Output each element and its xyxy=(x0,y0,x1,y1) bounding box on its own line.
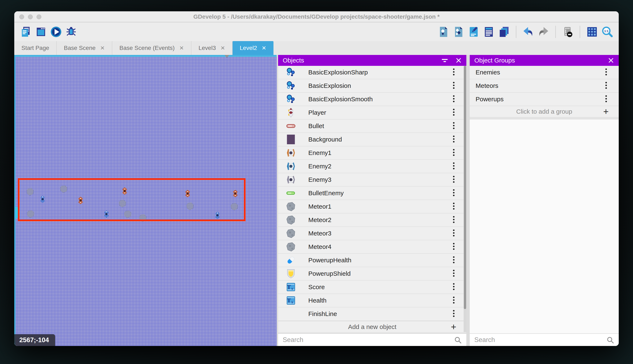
scene-window-icon[interactable] xyxy=(35,26,47,38)
object-row-basicexplosionsmooth[interactable]: BasicExplosionSmooth xyxy=(278,93,466,106)
row-menu-icon[interactable] xyxy=(453,242,455,252)
close-tab-icon[interactable]: ✕ xyxy=(220,45,225,51)
row-menu-icon[interactable] xyxy=(453,256,455,265)
object-row-powerupshield[interactable]: PowerupShield xyxy=(278,267,466,280)
row-menu-icon[interactable] xyxy=(453,282,455,292)
tab-bar: Start PageBase Scene✕Base Scene (Events)… xyxy=(14,41,619,55)
toolbar-separator xyxy=(555,26,556,38)
object-row-enemy2[interactable]: Enemy2 xyxy=(278,160,466,173)
plus-icon: + xyxy=(451,322,456,332)
row-menu-icon[interactable] xyxy=(453,108,455,117)
close-tab-icon[interactable]: ✕ xyxy=(100,45,105,51)
close-tab-icon[interactable]: ✕ xyxy=(262,45,266,51)
grid-toggle-icon[interactable] xyxy=(586,26,598,38)
object-row-enemy3[interactable]: Enemy3 xyxy=(278,173,466,186)
object-row-player[interactable]: Player xyxy=(278,106,466,120)
meteor-icon xyxy=(286,228,296,238)
object-row-meteor4[interactable]: Meteor4 xyxy=(278,240,466,254)
properties-list-icon[interactable] xyxy=(483,26,495,38)
close-tab-icon[interactable]: ✕ xyxy=(179,45,184,51)
background-icon xyxy=(286,134,296,144)
mask-preview-icon[interactable] xyxy=(562,26,574,38)
main-toolbar: 1:1 xyxy=(14,23,619,41)
close-objects-panel-icon[interactable] xyxy=(455,57,462,64)
object-row-background[interactable]: Background xyxy=(278,133,466,146)
tab-label: Start Page xyxy=(22,45,49,51)
row-menu-icon[interactable] xyxy=(453,229,455,238)
tab-label: Base Scene (Events) xyxy=(119,45,175,51)
debug-icon[interactable] xyxy=(65,26,77,38)
object-row-bullet[interactable]: Bullet xyxy=(278,120,466,133)
object-row-finishline[interactable]: FinishLine xyxy=(278,308,466,321)
object-name: Enemy2 xyxy=(308,163,332,170)
object-row-meteor1[interactable]: Meteor1 xyxy=(278,200,466,214)
groups-search-input[interactable] xyxy=(470,334,619,346)
scene-file-icon[interactable] xyxy=(437,26,450,38)
zoom-1-1-icon[interactable]: 1:1 xyxy=(601,26,613,38)
object-name: BasicExplosionSmooth xyxy=(308,96,373,103)
play-icon[interactable] xyxy=(50,26,62,38)
row-menu-icon[interactable] xyxy=(605,68,607,77)
enemy-bullet-icon xyxy=(286,188,296,198)
explosion-icon xyxy=(286,68,296,77)
main-area: 2567;-104 Objects BasicExplosio xyxy=(14,55,619,346)
row-menu-icon[interactable] xyxy=(453,122,455,131)
scene-canvas[interactable]: 2567;-104 xyxy=(14,55,277,346)
group-row-enemies[interactable]: Enemies xyxy=(470,66,619,79)
object-name: Enemy1 xyxy=(308,149,332,156)
redo-icon[interactable] xyxy=(537,26,549,38)
add-object-label: Add a new object xyxy=(348,323,396,330)
tab-base-scene-events-[interactable]: Base Scene (Events)✕ xyxy=(112,41,191,55)
add-object-row[interactable]: Add a new object + xyxy=(278,322,466,332)
row-menu-icon[interactable] xyxy=(453,148,455,158)
meteor-icon xyxy=(286,202,296,211)
close-groups-panel-icon[interactable] xyxy=(608,57,614,64)
enemy2-ship-icon xyxy=(286,162,296,171)
row-menu-icon[interactable] xyxy=(453,202,455,211)
scene-file-2-icon[interactable] xyxy=(453,26,465,38)
tab-start-page[interactable]: Start Page xyxy=(14,41,57,55)
object-row-poweruphealth[interactable]: PowerupHealth xyxy=(278,254,466,267)
svg-text:T: T xyxy=(287,284,291,290)
row-menu-icon[interactable] xyxy=(453,68,455,77)
svg-text:T: T xyxy=(287,297,291,304)
row-menu-icon[interactable] xyxy=(453,162,455,171)
edit-scene-icon[interactable] xyxy=(468,26,480,38)
row-menu-icon[interactable] xyxy=(453,94,455,104)
canvas-top-border xyxy=(14,55,277,57)
object-row-basicexplosionsharp[interactable]: BasicExplosionSharp xyxy=(278,66,466,79)
objects-search-input[interactable] xyxy=(278,334,466,346)
layers-icon[interactable] xyxy=(498,26,510,38)
enemy3-ship-icon xyxy=(286,175,296,184)
row-menu-icon[interactable] xyxy=(453,135,455,144)
add-group-row[interactable]: Click to add a group + xyxy=(470,106,619,117)
row-menu-icon[interactable] xyxy=(605,81,607,90)
object-row-basicexplosion[interactable]: BasicExplosion xyxy=(278,79,466,93)
object-row-bulletenemy[interactable]: BulletEnemy xyxy=(278,186,466,200)
row-menu-icon[interactable] xyxy=(453,81,455,90)
object-name: PowerupShield xyxy=(308,270,351,277)
row-menu-icon[interactable] xyxy=(453,175,455,184)
explosion-icon xyxy=(286,94,296,104)
row-menu-icon[interactable] xyxy=(453,296,455,305)
project-manager-icon[interactable] xyxy=(20,26,32,38)
object-row-score[interactable]: TxScore xyxy=(278,280,466,294)
object-row-meteor2[interactable]: Meteor2 xyxy=(278,214,466,227)
filter-icon[interactable] xyxy=(441,57,448,64)
tab-base-scene[interactable]: Base Scene✕ xyxy=(57,41,112,55)
objects-scrollbar[interactable] xyxy=(464,66,466,332)
groups-search xyxy=(470,334,619,346)
group-row-meteors[interactable]: Meteors xyxy=(470,79,619,93)
row-menu-icon[interactable] xyxy=(453,188,455,198)
object-row-health[interactable]: TxHealth xyxy=(278,294,466,308)
object-row-enemy1[interactable]: Enemy1 xyxy=(278,146,466,160)
object-row-meteor3[interactable]: Meteor3 xyxy=(278,227,466,240)
row-menu-icon[interactable] xyxy=(453,309,455,318)
row-menu-icon[interactable] xyxy=(605,94,607,104)
group-row-powerups[interactable]: Powerups xyxy=(470,93,619,106)
tab-level3[interactable]: Level3✕ xyxy=(191,41,232,55)
row-menu-icon[interactable] xyxy=(453,269,455,278)
row-menu-icon[interactable] xyxy=(453,215,455,224)
undo-icon[interactable] xyxy=(522,26,534,38)
tab-level2[interactable]: Level2✕ xyxy=(232,41,273,55)
